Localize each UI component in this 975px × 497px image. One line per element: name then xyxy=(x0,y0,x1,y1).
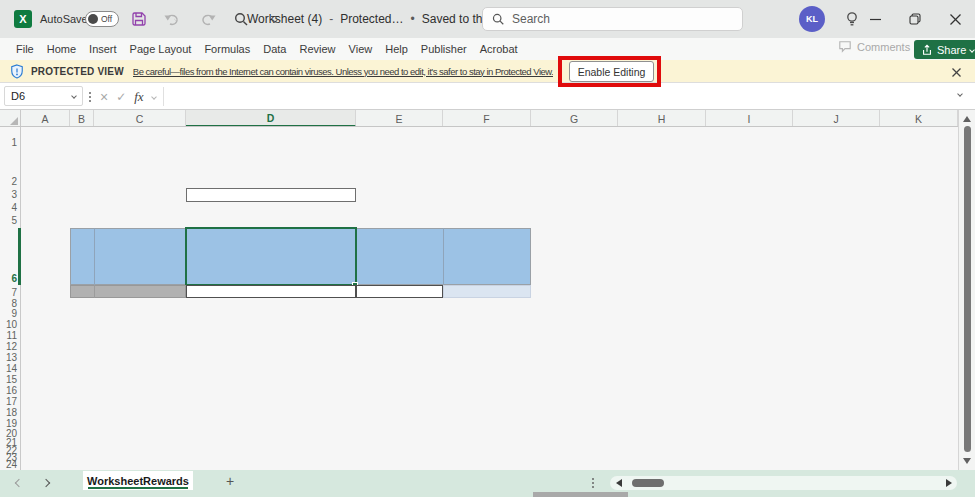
active-sheet-tab[interactable]: WorksheetRewards xyxy=(83,471,193,490)
save-icon[interactable] xyxy=(128,8,150,30)
column-header-g[interactable]: G xyxy=(531,110,618,127)
menu-insert[interactable]: Insert xyxy=(89,43,117,55)
share-icon xyxy=(921,44,933,56)
menu-data[interactable]: Data xyxy=(263,43,286,55)
chevron-down-icon[interactable] xyxy=(71,93,77,99)
namebox-resize-handle[interactable] xyxy=(89,92,91,102)
row-header-5[interactable]: 5 xyxy=(0,215,17,227)
search-box[interactable] xyxy=(482,7,743,31)
spreadsheet-grid[interactable]: 123456789101112131415161718192021222324 xyxy=(0,127,958,470)
add-sheet-button[interactable]: + xyxy=(221,472,239,490)
select-all-triangle-icon xyxy=(10,117,18,125)
undo-icon[interactable] xyxy=(162,8,184,30)
cell-e7-bordered[interactable] xyxy=(356,285,443,298)
search-input[interactable] xyxy=(512,12,712,26)
close-button[interactable] xyxy=(935,0,975,38)
column-header-h[interactable]: H xyxy=(618,110,706,127)
row-header-3[interactable]: 3 xyxy=(0,189,17,201)
menu-help[interactable]: Help xyxy=(385,43,408,55)
autosave-label: AutoSave xyxy=(40,13,88,25)
autosave-toggle[interactable]: Off xyxy=(85,11,119,27)
banner-close-icon[interactable] xyxy=(948,64,964,80)
divider xyxy=(163,87,164,106)
cell-d7-bordered[interactable] xyxy=(186,285,356,298)
cells-b7-c7-gray[interactable] xyxy=(70,285,186,298)
doc-mode: Protected… xyxy=(340,12,403,26)
banner-message-link[interactable]: Be careful—files from the Internet can c… xyxy=(133,66,554,77)
gridline xyxy=(443,228,444,285)
row-header-2[interactable]: 2 xyxy=(0,176,17,188)
scroll-up-icon[interactable] xyxy=(963,116,971,122)
menu-file[interactable]: File xyxy=(16,43,34,55)
share-button[interactable]: Share xyxy=(914,40,975,59)
formula-bar: D6 × ✓ fx xyxy=(0,83,975,110)
shield-info-icon xyxy=(10,64,24,79)
scrollbar-resize-handle[interactable] xyxy=(592,478,594,488)
column-header-i[interactable]: I xyxy=(706,110,793,127)
search-icon xyxy=(492,13,505,26)
scroll-down-icon[interactable] xyxy=(963,458,971,464)
previous-sheet-icon[interactable] xyxy=(12,476,26,490)
row-header-24[interactable]: 24 xyxy=(0,459,17,470)
menu-view[interactable]: View xyxy=(349,43,373,55)
insert-function-icon[interactable]: fx xyxy=(134,89,143,105)
column-header-k[interactable]: K xyxy=(880,110,958,127)
column-header-f[interactable]: F xyxy=(443,110,531,127)
column-header-d[interactable]: D xyxy=(186,110,356,127)
restore-button[interactable] xyxy=(895,0,935,38)
select-all-corner[interactable] xyxy=(0,110,21,127)
column-header-e[interactable]: E xyxy=(356,110,443,127)
gridline xyxy=(94,285,95,298)
vertical-scroll-thumb[interactable] xyxy=(964,126,971,452)
enter-icon[interactable]: ✓ xyxy=(116,90,126,104)
menu-home[interactable]: Home xyxy=(47,43,76,55)
menu-review[interactable]: Review xyxy=(299,43,335,55)
sheet-tab-bar: WorksheetRewards + xyxy=(0,470,975,497)
cell-f7-pale[interactable] xyxy=(443,285,531,298)
row-header-6[interactable]: 6 xyxy=(0,273,17,285)
row-header-1[interactable]: 1 xyxy=(0,137,17,149)
protected-view-banner: PROTECTED VIEW Be careful—files from the… xyxy=(0,60,975,83)
next-sheet-icon[interactable] xyxy=(39,476,53,490)
column-header-c[interactable]: C xyxy=(94,110,186,127)
row-header-strip: 123456789101112131415161718192021222324 xyxy=(0,127,21,470)
excel-app-icon[interactable]: X xyxy=(14,10,32,28)
row-selection-accent-bar xyxy=(18,228,21,285)
doc-name: Worksheet (4) xyxy=(247,12,322,26)
document-title: Worksheet (4) - Protected… • Saved to th… xyxy=(247,12,522,26)
scroll-right-icon[interactable] xyxy=(946,479,952,487)
menu-acrobat[interactable]: Acrobat xyxy=(480,43,518,55)
sheet-tab-label: WorksheetRewards xyxy=(87,475,189,487)
column-header-row: ABCDEFGHIJK xyxy=(0,110,958,127)
menu-publisher[interactable]: Publisher xyxy=(421,43,467,55)
comments-button[interactable]: Comments xyxy=(838,40,910,53)
column-header-b[interactable]: B xyxy=(70,110,94,127)
active-cell-d6-border xyxy=(185,227,357,286)
column-header-a[interactable]: A xyxy=(21,110,70,127)
row-header-4[interactable]: 4 xyxy=(0,202,17,214)
ribbon-menu-bar: FileHomeInsertPage LayoutFormulasDataRev… xyxy=(0,38,975,60)
column-header-j[interactable]: J xyxy=(793,110,880,127)
chevron-down-icon[interactable] xyxy=(151,94,157,100)
autosave-state: Off xyxy=(101,14,112,24)
horizontal-scroll-thumb[interactable] xyxy=(632,479,664,487)
name-box[interactable]: D6 xyxy=(4,86,83,106)
title-bar: X AutoSave Off xyxy=(0,0,975,38)
enable-editing-button[interactable]: Enable Editing xyxy=(569,61,654,82)
formula-input[interactable] xyxy=(168,85,954,107)
name-box-value: D6 xyxy=(11,90,72,102)
scroll-left-icon[interactable] xyxy=(616,479,622,487)
formula-bar-expand-icon[interactable] xyxy=(957,91,963,97)
horizontal-scrollbar[interactable] xyxy=(610,476,957,490)
vertical-scrollbar[interactable] xyxy=(958,110,975,470)
banner-label: PROTECTED VIEW xyxy=(31,66,124,77)
minimize-button[interactable] xyxy=(855,0,895,38)
redo-icon[interactable] xyxy=(196,8,218,30)
menu-page-layout[interactable]: Page Layout xyxy=(130,43,192,55)
cell-d3-bordered[interactable] xyxy=(186,188,356,202)
comment-icon xyxy=(838,40,852,53)
excel-window: X AutoSave Off xyxy=(0,0,975,497)
avatar[interactable]: KL xyxy=(799,6,825,32)
menu-formulas[interactable]: Formulas xyxy=(204,43,250,55)
cancel-icon[interactable]: × xyxy=(100,89,108,105)
